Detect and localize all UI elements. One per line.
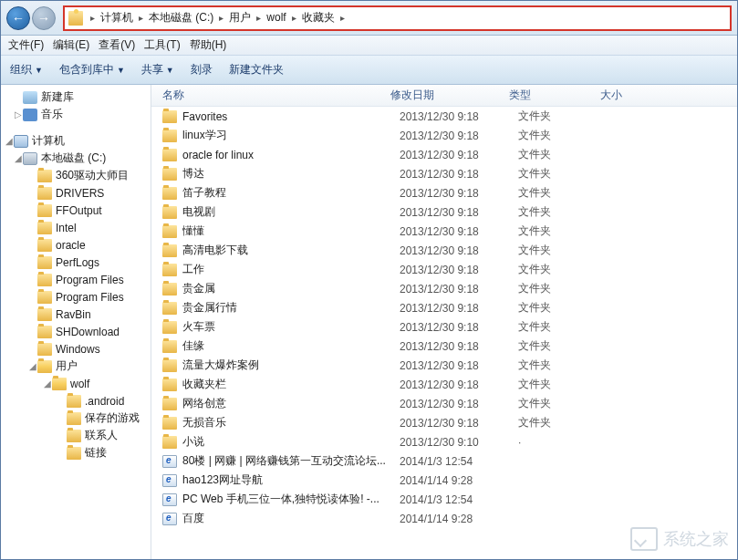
folder-icon <box>37 274 52 286</box>
file-type: 文件夹 <box>518 223 609 239</box>
tree-item[interactable]: ▷音乐 <box>1 106 151 123</box>
back-button[interactable]: ← <box>6 6 30 30</box>
menu-file[interactable]: 文件(F) <box>8 37 44 53</box>
menu-tools[interactable]: 工具(T) <box>144 37 180 53</box>
file-row[interactable]: 笛子教程2013/12/30 9:18文件夹 <box>151 183 737 202</box>
file-row[interactable]: 网络创意2013/12/30 9:18文件夹 <box>151 394 737 413</box>
include-library-button[interactable]: 包含到库中▼ <box>59 62 125 78</box>
new-folder-button[interactable]: 新建文件夹 <box>229 62 284 78</box>
file-row[interactable]: 无损音乐2013/12/30 9:18文件夹 <box>151 413 737 432</box>
file-row[interactable]: linux学习2013/12/30 9:18文件夹 <box>151 126 737 145</box>
chevron-right-icon: ▸ <box>90 13 95 23</box>
folder-icon <box>162 110 177 123</box>
folder-icon <box>162 168 177 181</box>
menu-help[interactable]: 帮助(H) <box>190 37 227 53</box>
file-type: 文件夹 <box>518 204 609 220</box>
file-row[interactable]: 电视剧2013/12/30 9:18文件夹 <box>151 202 737 222</box>
breadcrumb-item[interactable]: 本地磁盘 (C:) <box>147 9 215 26</box>
breadcrumb-item[interactable]: 用户 <box>227 9 253 26</box>
folder-icon <box>162 359 177 372</box>
menu-bar: 文件(F) 编辑(E) 查看(V) 工具(T) 帮助(H) <box>1 36 737 56</box>
file-type: 文件夹 <box>518 166 609 181</box>
file-type: 文件夹 <box>518 147 609 162</box>
burn-button[interactable]: 刻录 <box>191 62 213 78</box>
forward-button[interactable]: → <box>32 6 56 30</box>
tree-item[interactable]: 新建库 <box>1 88 151 106</box>
tree-item[interactable]: Intel <box>1 219 151 236</box>
tree-label: 保存的游戏 <box>85 410 140 426</box>
column-date[interactable]: 修改日期 <box>385 88 504 103</box>
tree-label: RavBin <box>56 308 91 321</box>
tree-item[interactable]: ◢本地磁盘 (C:) <box>1 150 151 167</box>
file-list[interactable]: Favorites2013/12/30 9:18文件夹linux学习2013/1… <box>151 107 737 559</box>
menu-view[interactable]: 查看(V) <box>99 37 135 53</box>
file-row[interactable]: 贵金属2013/12/30 9:18文件夹 <box>151 279 737 298</box>
file-date: 2013/12/30 9:18 <box>400 149 518 161</box>
tree-expander-icon[interactable]: ▷ <box>14 109 23 119</box>
file-row[interactable]: hao123网址导航2014/1/14 9:28 <box>151 471 737 490</box>
folder-icon <box>67 430 81 442</box>
file-row[interactable]: Favorites2013/12/30 9:18文件夹 <box>151 107 737 126</box>
file-row[interactable]: oracle for linux2013/12/30 9:18文件夹 <box>151 145 737 164</box>
tree-item[interactable]: 保存的游戏 <box>1 410 151 427</box>
file-row[interactable]: 百度2014/1/14 9:28 <box>151 509 737 528</box>
file-row[interactable]: 博达2013/12/30 9:18文件夹 <box>151 164 737 183</box>
tree-expander-icon[interactable]: ◢ <box>5 136 14 146</box>
file-row[interactable]: 流量大爆炸案例2013/12/30 9:18文件夹 <box>151 356 737 375</box>
column-type[interactable]: 类型 <box>504 88 595 103</box>
file-row[interactable]: 小说2013/12/30 9:10· <box>151 432 737 451</box>
file-name: 火车票 <box>182 319 400 335</box>
file-row[interactable]: 高清电影下载2013/12/30 9:18文件夹 <box>151 241 737 260</box>
breadcrumb[interactable]: ▸ 计算机▸本地磁盘 (C:)▸用户▸wolf▸收藏夹▸ <box>63 5 732 31</box>
breadcrumb-item[interactable]: 计算机 <box>99 9 135 26</box>
menu-edit[interactable]: 编辑(E) <box>53 37 89 53</box>
tree-item[interactable]: 链接 <box>1 444 151 461</box>
file-row[interactable]: PC Web 手机三位一体,独特悦读体验! -...2014/1/3 12:54 <box>151 490 737 509</box>
tree-item[interactable]: 联系人 <box>1 427 151 444</box>
tree-label: 用户 <box>56 358 78 374</box>
file-type: · <box>518 436 609 449</box>
column-name[interactable]: 名称 <box>151 88 385 103</box>
folder-tree[interactable]: 新建库▷音乐◢计算机◢本地磁盘 (C:)360驱动大师目DRIVERSFFOut… <box>1 85 151 559</box>
tree-item[interactable]: Windows <box>1 340 151 358</box>
file-row[interactable]: 工作2013/12/30 9:18文件夹 <box>151 260 737 279</box>
breadcrumb-item[interactable]: wolf <box>265 9 287 26</box>
folder-icon <box>162 398 177 410</box>
tree-item[interactable]: PerfLogs <box>1 254 151 271</box>
tree-item[interactable]: SHDownload <box>1 323 151 340</box>
folder-icon <box>162 149 177 161</box>
file-row[interactable]: 懂懂2013/12/30 9:18文件夹 <box>151 222 737 241</box>
tree-item[interactable]: Program Files <box>1 271 151 288</box>
file-row[interactable]: 收藏夹栏2013/12/30 9:18文件夹 <box>151 375 737 394</box>
tree-item[interactable]: Program Files <box>1 288 151 306</box>
folder-icon <box>37 308 52 321</box>
breadcrumb-item[interactable]: 收藏夹 <box>300 9 337 26</box>
folder-icon <box>67 395 81 408</box>
tree-item[interactable]: FFOutput <box>1 202 151 219</box>
tree-item[interactable]: RavBin <box>1 306 151 323</box>
tree-expander-icon[interactable]: ◢ <box>14 153 23 163</box>
column-header: 名称 修改日期 类型 大小 <box>151 85 737 107</box>
column-size[interactable]: 大小 <box>595 88 668 103</box>
file-row[interactable]: 贵金属行情2013/12/30 9:18文件夹 <box>151 298 737 317</box>
tree-item[interactable]: oracle <box>1 236 151 254</box>
tree-item[interactable]: 360驱动大师目 <box>1 167 151 184</box>
file-row[interactable]: 80楼 | 网赚 | 网络赚钱第一互动交流论坛...2014/1/3 12:54 <box>151 451 737 471</box>
file-row[interactable]: 火车票2013/12/30 9:18文件夹 <box>151 317 737 337</box>
tree-expander-icon[interactable]: ◢ <box>28 361 37 371</box>
share-button[interactable]: 共享▼ <box>141 62 174 78</box>
file-name: 百度 <box>182 511 400 526</box>
organize-button[interactable]: 组织▼ <box>10 62 43 78</box>
file-name: 博达 <box>182 166 400 181</box>
tree-item[interactable]: DRIVERS <box>1 184 151 202</box>
tree-item[interactable]: ◢用户 <box>1 358 151 375</box>
tree-item[interactable]: ◢计算机 <box>1 132 151 150</box>
tree-item[interactable]: .android <box>1 392 151 410</box>
tree-item[interactable]: ◢wolf <box>1 375 151 392</box>
tree-label: 本地磁盘 (C:) <box>41 150 106 166</box>
tree-label: Intel <box>56 222 77 234</box>
file-row[interactable]: 佳缘2013/12/30 9:18文件夹 <box>151 337 737 356</box>
folder-icon <box>162 436 177 449</box>
tree-expander-icon[interactable]: ◢ <box>43 379 52 389</box>
file-name: 佳缘 <box>182 338 400 354</box>
